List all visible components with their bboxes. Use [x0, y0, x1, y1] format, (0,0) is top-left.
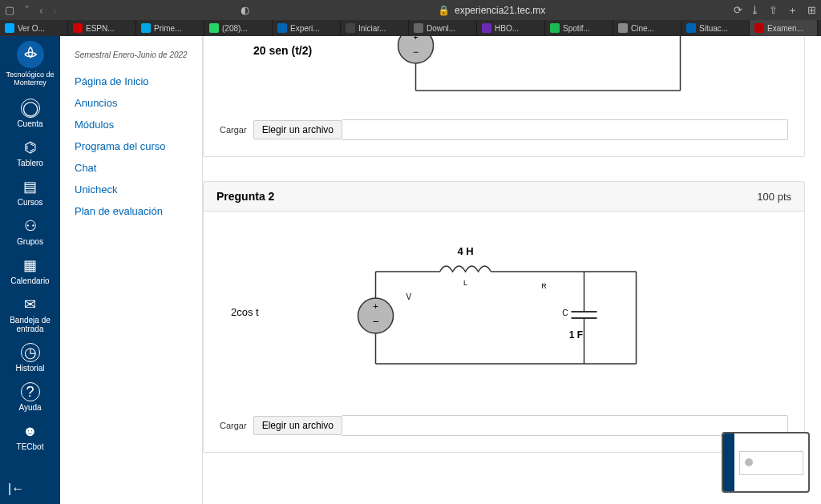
tab-label: Situac... — [699, 24, 728, 33]
global-nav-item[interactable]: ▦Calendario — [0, 251, 60, 290]
browser-tab[interactable]: Experi... — [273, 20, 341, 36]
browser-tab[interactable]: Situac... — [681, 20, 750, 36]
downloads-icon[interactable]: ⤓ — [750, 4, 759, 16]
global-nav-item[interactable]: ☻TECbot — [0, 417, 60, 456]
favicon — [550, 23, 560, 33]
file-field[interactable] — [342, 119, 788, 140]
question-title: Pregunta 2 — [216, 190, 274, 203]
browser-tab[interactable]: HBO... — [477, 20, 545, 36]
svg-text:4 H: 4 H — [457, 245, 473, 257]
collapse-nav-icon[interactable]: |← — [8, 482, 24, 496]
reload-icon[interactable]: ⟳ — [734, 4, 742, 16]
global-nav-label: Ayuda — [18, 403, 41, 412]
tab-label: Experi... — [290, 24, 320, 33]
browser-tab[interactable]: (208)... — [204, 20, 273, 36]
svg-text:1 F: 1 F — [569, 329, 583, 341]
course-nav: Semestral Enero-Junio de 2022 Página de … — [60, 36, 203, 504]
page-thumbnail[interactable] — [722, 432, 810, 493]
browser-tab[interactable]: Spotif... — [545, 20, 613, 36]
svg-text:−: − — [372, 315, 378, 328]
global-nav-label: Grupos — [17, 237, 43, 246]
q1-source-label: 20 sen (t/2) — [253, 44, 312, 57]
institution-logo[interactable] — [17, 41, 44, 68]
q2-source-label: 2cos t — [231, 306, 259, 318]
browser-tab[interactable]: Examen... — [750, 20, 818, 36]
svg-text:V: V — [406, 292, 412, 301]
cal-icon: ▦ — [21, 256, 40, 275]
tab-label: HBO... — [495, 24, 519, 33]
tab-label: Prime... — [154, 24, 181, 33]
global-nav-label: Calendario — [10, 276, 49, 285]
tab-label: Examen... — [767, 24, 803, 33]
tab-label: Cine... — [631, 24, 654, 33]
course-nav-link[interactable]: Página de Inicio — [75, 71, 188, 92]
upload-label: Cargar — [220, 421, 247, 430]
global-nav-label: TECbot — [17, 442, 44, 451]
favicon — [414, 23, 423, 33]
browser-tab[interactable]: how t... — [818, 20, 821, 36]
browser-tab[interactable]: Cine... — [613, 20, 681, 36]
course-nav-link[interactable]: Módulos — [75, 114, 188, 135]
global-nav-item[interactable]: ⌬Tablero — [0, 133, 60, 172]
question-points: 100 pts — [757, 191, 791, 203]
choose-file-button[interactable]: Elegir un archivo — [253, 120, 342, 139]
global-nav: Tecnológico de Monterrey ◯Cuenta⌬Tablero… — [0, 36, 60, 504]
browser-tab[interactable]: Ver O... — [0, 20, 68, 36]
favicon — [73, 23, 83, 33]
global-nav-label: Historial — [15, 364, 44, 373]
q1-upload-row: Cargar Elegir un archivo — [220, 119, 788, 140]
new-tab-icon[interactable]: ＋ — [787, 3, 798, 18]
forward-icon: › — [53, 4, 57, 17]
q2-upload-row: Cargar Elegir un archivo — [220, 415, 788, 436]
global-nav-label: Bandeja de entrada — [0, 316, 60, 333]
address-bar[interactable]: experiencia21.tec.mx — [455, 5, 545, 16]
svg-text:R: R — [541, 282, 547, 290]
question-1-card: 20 sen (t/2) + − Cargar Elegir un archiv… — [203, 36, 805, 157]
course-nav-link[interactable]: Plan de evaluación — [75, 200, 188, 222]
global-nav-item[interactable]: ◷Historial — [0, 338, 60, 377]
shield-icon[interactable]: ◐ — [241, 4, 249, 16]
circuit-1-figure: 20 sen (t/2) + − — [236, 36, 772, 100]
favicon — [277, 23, 287, 33]
svg-text:+: + — [373, 301, 378, 311]
global-nav-item[interactable]: ▤Cursos — [0, 172, 60, 212]
browser-tab[interactable]: Downl... — [409, 20, 477, 36]
bot-icon: ☻ — [21, 421, 40, 441]
tab-label: Downl... — [427, 24, 455, 33]
course-nav-link[interactable]: Anuncios — [75, 92, 188, 114]
browser-tab[interactable]: Prime... — [136, 20, 204, 36]
clock-icon: ◷ — [21, 343, 40, 362]
course-nav-link[interactable]: Unicheck — [75, 179, 188, 200]
svg-text:−: − — [413, 46, 419, 58]
global-nav-item[interactable]: ✉Bandeja de entrada — [0, 290, 60, 338]
tab-label: ESPN... — [86, 24, 115, 33]
course-nav-link[interactable]: Chat — [75, 157, 188, 179]
favicon — [209, 23, 219, 33]
back-icon[interactable]: ‹ — [39, 4, 43, 17]
browser-tab[interactable]: Iniciar... — [341, 20, 409, 36]
svg-text:L: L — [463, 279, 467, 287]
favicon — [5, 23, 14, 33]
global-nav-item[interactable]: ⚇Grupos — [0, 212, 60, 251]
tab-label: (208)... — [222, 24, 248, 33]
institution-name: Tecnológico de Monterrey — [0, 71, 60, 92]
favicon — [482, 23, 491, 33]
global-nav-item[interactable]: ◯Cuenta — [0, 94, 60, 133]
tabs-grid-icon[interactable]: ⊞ — [807, 4, 816, 16]
browser-toolbar: ▢ ˅ ‹ › ◐ 🔒 experiencia21.tec.mx ⟳ ⤓ ⇧ ＋… — [0, 0, 821, 20]
course-nav-link[interactable]: Programa del curso — [75, 135, 188, 157]
global-nav-label: Cursos — [18, 198, 43, 207]
global-nav-item[interactable]: ?Ayuda — [0, 377, 60, 417]
favicon — [754, 23, 764, 33]
dropdown-icon[interactable]: ˅ — [24, 4, 30, 17]
circuit-2-figure: 2cos t + — [220, 236, 788, 396]
favicon — [141, 23, 151, 33]
dash-icon: ⌬ — [21, 138, 40, 157]
browser-tab[interactable]: ESPN... — [68, 20, 136, 36]
share-icon[interactable]: ⇧ — [769, 4, 778, 16]
tab-label: Ver O... — [18, 24, 45, 33]
choose-file-button[interactable]: Elegir un archivo — [253, 416, 342, 435]
tab-label: Spotif... — [563, 24, 590, 33]
group-icon: ⚇ — [21, 216, 40, 236]
sidebar-toggle-icon[interactable]: ▢ — [5, 4, 14, 16]
